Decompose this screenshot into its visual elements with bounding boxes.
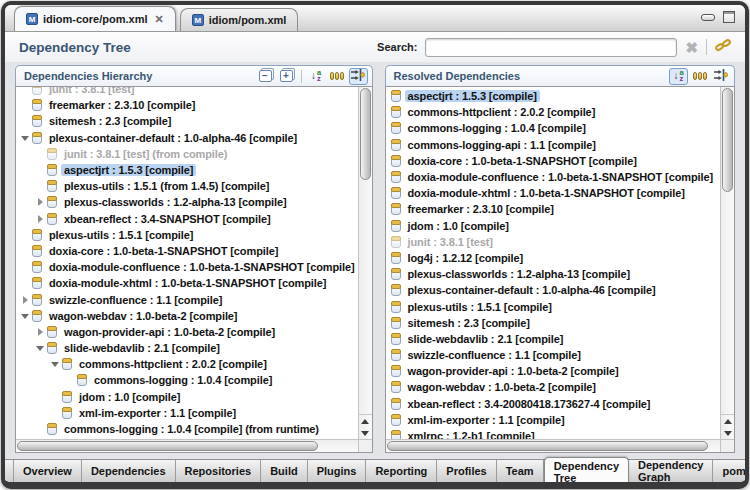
scrollbar-thumb[interactable] bbox=[387, 441, 708, 451]
list-item[interactable]: commons-logging-api : 1.1 [compile] bbox=[386, 137, 721, 153]
scrollbar-thumb[interactable] bbox=[722, 88, 733, 192]
expander-icon[interactable] bbox=[36, 343, 46, 353]
expander-icon[interactable] bbox=[51, 359, 61, 369]
tab-plugins[interactable]: Plugins bbox=[308, 460, 367, 482]
horizontal-scrollbar[interactable] bbox=[386, 439, 721, 452]
tab-dependency-graph[interactable]: Dependency Graph bbox=[629, 460, 713, 482]
close-icon[interactable]: ✕ bbox=[155, 13, 164, 26]
scroll-up-button[interactable] bbox=[359, 415, 372, 427]
expander-icon[interactable] bbox=[21, 133, 31, 143]
search-area: Search: ✖ bbox=[377, 38, 731, 57]
tree-row[interactable]: sitemesh : 2.3 [compile] bbox=[16, 113, 358, 129]
list-item[interactable]: swizzle-confluence : 1.1 [compile] bbox=[386, 347, 721, 363]
tree-row[interactable]: plexus-utils : 1.5.1 (from 1.4.5) [compi… bbox=[16, 178, 358, 194]
tab-repositories[interactable]: Repositories bbox=[176, 460, 262, 482]
tree-row[interactable]: junit : 3.8.1 [test] bbox=[16, 87, 358, 97]
tab-team[interactable]: Team bbox=[497, 460, 544, 482]
editor-tab[interactable]: Midiom-core/pom.xml✕ bbox=[14, 6, 176, 31]
list-item[interactable]: aspectjrt : 1.5.3 [compile] bbox=[386, 88, 721, 104]
tab-build[interactable]: Build bbox=[261, 460, 308, 482]
list-item[interactable]: junit : 3.8.1 [test] bbox=[386, 234, 721, 250]
expander-icon[interactable] bbox=[21, 311, 31, 321]
scroll-down-button[interactable] bbox=[359, 427, 372, 439]
list-item[interactable]: doxia-module-xhtml : 1.0-beta-1-SNAPSHOT… bbox=[386, 185, 721, 201]
horizontal-scrollbar[interactable] bbox=[16, 439, 358, 452]
clear-search-icon[interactable]: ✖ bbox=[685, 40, 698, 55]
list-item[interactable]: sitemesh : 2.3 [compile] bbox=[386, 315, 721, 331]
list-item[interactable]: xmlrpc : 1.2-b1 [compile] bbox=[386, 428, 721, 439]
vertical-scrollbar[interactable] bbox=[358, 87, 372, 439]
list-item[interactable]: wagon-webdav : 1.0-beta-2 [compile] bbox=[386, 379, 721, 395]
jar-icon bbox=[391, 381, 401, 393]
expander-icon[interactable] bbox=[36, 327, 46, 337]
sort-alphabetically-button[interactable]: ↓az bbox=[307, 68, 326, 85]
jar-icon bbox=[62, 407, 72, 419]
tree-row[interactable]: xml-im-exporter : 1.1 [compile] bbox=[16, 405, 358, 421]
scrollbar-thumb[interactable] bbox=[360, 88, 371, 180]
jar-icon bbox=[391, 220, 401, 232]
collapse-all-button[interactable]: − bbox=[256, 68, 275, 85]
tab-reporting[interactable]: Reporting bbox=[366, 460, 437, 482]
tree-row[interactable]: plexus-container-default : 1.0-alpha-46 … bbox=[16, 130, 358, 146]
tree-row[interactable]: swizzle-confluence : 1.1 [compile] bbox=[16, 291, 358, 307]
vertical-scrollbar[interactable] bbox=[720, 87, 734, 439]
tree-row[interactable]: freemarker : 2.3.10 [compile] bbox=[16, 97, 358, 113]
editor-tab[interactable]: Midiom/pom.xml bbox=[180, 8, 299, 31]
dependency-label: junit : 3.8.1 [test] (from compile) bbox=[61, 148, 230, 160]
tab-label: Team bbox=[506, 465, 534, 477]
expand-all-button[interactable]: + bbox=[277, 68, 296, 85]
tree-row[interactable]: doxia-core : 1.0-beta-1-SNAPSHOT [compil… bbox=[16, 243, 358, 259]
list-item[interactable]: log4j : 1.2.12 [compile] bbox=[386, 250, 721, 266]
tree-row[interactable]: slide-webdavlib : 2.1 [compile] bbox=[16, 340, 358, 356]
filter-button[interactable] bbox=[711, 68, 730, 85]
list-item[interactable]: commons-logging : 1.0.4 [compile] bbox=[386, 120, 721, 136]
tree-row[interactable]: doxia-module-xhtml : 1.0-beta-1-SNAPSHOT… bbox=[16, 275, 358, 291]
tree-row[interactable]: aspectjrt : 1.5.3 [compile] bbox=[16, 162, 358, 178]
expander-icon[interactable] bbox=[36, 197, 46, 207]
tree-row[interactable]: commons-logging : 1.0.4 [compile] bbox=[16, 372, 358, 388]
list-item[interactable]: freemarker : 2.3.10 [compile] bbox=[386, 201, 721, 217]
link-icon[interactable] bbox=[715, 38, 731, 56]
list-item[interactable]: plexus-container-default : 1.0-alpha-46 … bbox=[386, 282, 721, 298]
list-item[interactable]: doxia-core : 1.0-beta-1-SNAPSHOT [compil… bbox=[386, 153, 721, 169]
show-group-id-button[interactable] bbox=[690, 68, 709, 85]
list-item[interactable]: commons-httpclient : 2.0.2 [compile] bbox=[386, 104, 721, 120]
tree-row[interactable]: doxia-module-confluence : 1.0-beta-1-SNA… bbox=[16, 259, 358, 275]
tree-row[interactable]: wagon-webdav : 1.0-beta-2 [compile] bbox=[16, 308, 358, 324]
tree-row[interactable]: commons-httpclient : 2.0.2 [compile] bbox=[16, 356, 358, 372]
sort-alphabetically-button[interactable]: ↓az bbox=[669, 68, 688, 85]
resolved-toolbar: ↓az bbox=[669, 68, 730, 85]
tree-row[interactable]: junit : 3.8.1 [test] (from compile) bbox=[16, 146, 358, 162]
tree-row[interactable]: wagon-provider-api : 1.0-beta-2 [compile… bbox=[16, 324, 358, 340]
scroll-down-button[interactable] bbox=[721, 427, 734, 439]
maximize-icon[interactable] bbox=[723, 11, 735, 23]
tab-profiles[interactable]: Profiles bbox=[437, 460, 496, 482]
scroll-up-button[interactable] bbox=[721, 415, 734, 427]
tab-overview[interactable]: Overview bbox=[13, 460, 82, 482]
tree-row[interactable]: plexus-classworlds : 1.2-alpha-13 [compi… bbox=[16, 194, 358, 210]
tree-row[interactable]: jdom : 1.0 [compile] bbox=[16, 389, 358, 405]
scrollbar-thumb[interactable] bbox=[17, 441, 318, 451]
filter-button[interactable] bbox=[349, 68, 368, 85]
expander-icon[interactable] bbox=[21, 295, 31, 305]
list-item[interactable]: slide-webdavlib : 2.1 [compile] bbox=[386, 331, 721, 347]
list-item[interactable]: xml-im-exporter : 1.1 [compile] bbox=[386, 412, 721, 428]
show-group-id-button[interactable] bbox=[328, 68, 347, 85]
jar-icon bbox=[47, 196, 57, 208]
minimize-icon[interactable] bbox=[701, 14, 715, 21]
list-item[interactable]: doxia-module-confluence : 1.0-beta-1-SNA… bbox=[386, 169, 721, 185]
tree-row[interactable]: xbean-reflect : 3.4-SNAPSHOT [compile] bbox=[16, 211, 358, 227]
list-item[interactable]: wagon-provider-api : 1.0-beta-2 [compile… bbox=[386, 363, 721, 379]
expander-spacer bbox=[66, 375, 76, 385]
tree-row[interactable]: commons-logging : 1.0.4 [compile] (from … bbox=[16, 421, 358, 437]
list-item[interactable]: plexus-utils : 1.5.1 [compile] bbox=[386, 298, 721, 314]
list-item[interactable]: xbean-reflect : 3.4-20080418.173627-4 [c… bbox=[386, 396, 721, 412]
tab-pom-xml[interactable]: pom.xml bbox=[713, 460, 749, 482]
tab-dependency-tree[interactable]: Dependency Tree bbox=[544, 457, 629, 482]
tree-row[interactable]: plexus-utils : 1.5.1 [compile] bbox=[16, 227, 358, 243]
list-item[interactable]: plexus-classworlds : 1.2-alpha-13 [compi… bbox=[386, 266, 721, 282]
list-item[interactable]: jdom : 1.0 [compile] bbox=[386, 218, 721, 234]
search-input[interactable] bbox=[425, 38, 677, 57]
expander-icon[interactable] bbox=[36, 214, 46, 224]
tab-dependencies[interactable]: Dependencies bbox=[82, 460, 176, 482]
